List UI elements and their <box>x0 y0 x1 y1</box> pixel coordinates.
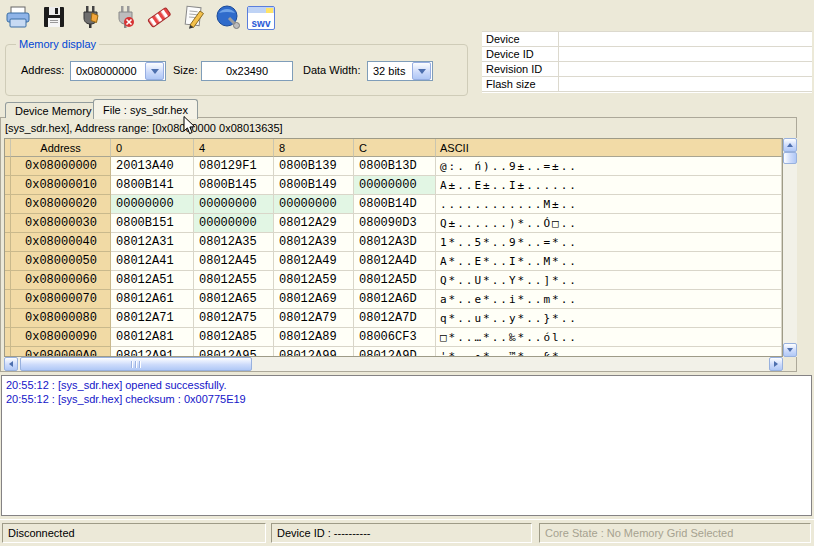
horizontal-scrollbar-thumb[interactable] <box>20 357 252 371</box>
ascii-cell[interactable]: a*..e*..i*..m*.. <box>436 290 782 309</box>
hex-cell[interactable]: 0800B151 <box>111 214 194 233</box>
hex-cell[interactable]: 00000000 <box>194 214 274 233</box>
hex-cell[interactable]: 08012A5D <box>354 271 436 290</box>
hex-cell[interactable]: 08012A29 <box>274 214 354 233</box>
hex-cell[interactable]: 08012A41 <box>111 252 194 271</box>
hex-cell[interactable]: 08012A99 <box>274 347 354 357</box>
target-settings-button[interactable] <box>213 3 243 33</box>
hex-cell[interactable]: 20013A40 <box>111 157 194 176</box>
hex-cell[interactable]: 0800B13D <box>354 157 436 176</box>
size-input[interactable]: 0x23490 <box>201 61 293 81</box>
hex-cell[interactable]: 08012A91 <box>111 347 194 357</box>
ascii-cell[interactable]: Q±......)*..Ó□.. <box>436 214 782 233</box>
vertical-scrollbar[interactable] <box>783 138 797 357</box>
hex-cell[interactable]: 08012A71 <box>111 309 194 328</box>
hex-cell[interactable]: 08012A89 <box>274 328 354 347</box>
swv-button[interactable]: swv <box>246 3 276 33</box>
mouse-cursor <box>183 116 196 138</box>
hex-cell[interactable]: 00000000 <box>194 195 274 214</box>
hex-cell[interactable]: 0800B149 <box>274 176 354 195</box>
ascii-cell[interactable]: A±..E±..I±...... <box>436 176 782 195</box>
hex-cell[interactable]: 08012A65 <box>194 290 274 309</box>
file-tab-page: [sys_sdr.hex], Address range: [0x0800000… <box>0 117 797 372</box>
save-button[interactable] <box>39 3 69 33</box>
hex-cell[interactable]: 08012A69 <box>274 290 354 309</box>
address-cell: 0x08000060 <box>11 271 111 290</box>
print-button[interactable] <box>3 3 33 33</box>
ascii-cell[interactable]: '*..•*..™*..ƙ*.. <box>436 347 782 357</box>
log-panel[interactable]: 20:55:12 : [sys_sdr.hex] opened successf… <box>1 375 812 516</box>
hex-cell[interactable]: 08012A81 <box>111 328 194 347</box>
hex-cell[interactable]: 08012A45 <box>194 252 274 271</box>
tab-device-memory[interactable]: Device Memory <box>5 102 101 118</box>
address-combobox[interactable]: 0x08000000 <box>70 61 166 81</box>
hex-cell[interactable]: 08012A4D <box>354 252 436 271</box>
disconnect-button[interactable] <box>110 3 140 33</box>
size-value: 0x23490 <box>226 65 268 77</box>
hex-cell[interactable]: 080129F1 <box>194 157 274 176</box>
hex-cell[interactable]: 08012A75 <box>194 309 274 328</box>
hex-cell[interactable]: 00000000 <box>354 176 436 195</box>
memory-display-group: Memory display Address: 0x08000000 Size:… <box>5 44 468 96</box>
hex-cell[interactable]: 08012A35 <box>194 233 274 252</box>
scroll-down-button[interactable] <box>783 343 797 357</box>
horizontal-scrollbar[interactable] <box>4 357 783 371</box>
hex-cell[interactable]: 08012A9D <box>354 347 436 357</box>
address-value: 0x08000000 <box>71 65 144 77</box>
hex-cell[interactable]: 0800B141 <box>111 176 194 195</box>
save-icon <box>41 4 67 32</box>
ascii-cell[interactable]: 1*..5*..9*..=*.. <box>436 233 782 252</box>
scroll-left-button[interactable] <box>4 357 18 371</box>
hex-cell[interactable]: 0800B139 <box>274 157 354 176</box>
hex-cell[interactable]: 08012A7D <box>354 309 436 328</box>
hex-cell[interactable]: 08012A59 <box>274 271 354 290</box>
vertical-scrollbar-thumb[interactable] <box>783 152 797 164</box>
hex-cell[interactable]: 08012A61 <box>111 290 194 309</box>
hex-cell[interactable]: 00000000 <box>274 195 354 214</box>
print-icon <box>5 4 31 32</box>
hex-cell[interactable]: 0800B14D <box>354 195 436 214</box>
hex-cell[interactable]: 08012A49 <box>274 252 354 271</box>
column-header-ascii[interactable]: ASCII <box>436 139 782 157</box>
column-header-0[interactable]: 0 <box>111 139 194 157</box>
ascii-cell[interactable]: A*..E*..I*..M*.. <box>436 252 782 271</box>
column-header-c[interactable]: C <box>354 139 436 157</box>
scroll-up-button[interactable] <box>783 138 797 152</box>
hex-cell[interactable]: 08012A39 <box>274 233 354 252</box>
connect-icon <box>77 4 103 32</box>
erase-chip-button[interactable] <box>144 3 174 33</box>
program-verify-icon <box>181 4 207 32</box>
hex-cell[interactable]: 08012A95 <box>194 347 274 357</box>
connect-button[interactable] <box>75 3 105 33</box>
hex-cell[interactable]: 08012A85 <box>194 328 274 347</box>
data-width-combobox[interactable]: 32 bits <box>367 61 433 81</box>
column-header-4[interactable]: 4 <box>194 139 274 157</box>
address-dropdown-button[interactable] <box>145 62 164 80</box>
hex-cell[interactable]: 08012A51 <box>111 271 194 290</box>
hex-cell[interactable]: 0800B145 <box>194 176 274 195</box>
hex-cell[interactable]: 08012A6D <box>354 290 436 309</box>
hex-cell[interactable]: 00000000 <box>111 195 194 214</box>
program-verify-button[interactable] <box>179 3 209 33</box>
hex-cell[interactable]: 08012A79 <box>274 309 354 328</box>
address-cell: 0x08000010 <box>11 176 111 195</box>
ascii-cell[interactable]: Q*..U*..Y*..]*.. <box>436 271 782 290</box>
address-cell: 0x08000070 <box>11 290 111 309</box>
hex-cell[interactable]: 08012A3D <box>354 233 436 252</box>
ascii-cell[interactable]: q*..u*..y*..}*.. <box>436 309 782 328</box>
device-info-row: Flash size <box>482 77 812 92</box>
hex-cell[interactable]: 08012A55 <box>194 271 274 290</box>
hex-cell[interactable]: 08012A31 <box>111 233 194 252</box>
data-width-label: Data Width: <box>303 64 360 76</box>
hex-cell[interactable]: 08006CF3 <box>354 328 436 347</box>
data-width-dropdown-button[interactable] <box>412 62 431 80</box>
column-header-8[interactable]: 8 <box>274 139 354 157</box>
ascii-cell[interactable]: ............M±.. <box>436 195 782 214</box>
scroll-right-button[interactable] <box>769 357 783 371</box>
column-header-address[interactable]: Address <box>11 139 111 157</box>
table-row: 0x08000050 08012A41 08012A45 08012A49 08… <box>5 252 782 271</box>
hex-cell[interactable]: 080090D3 <box>354 214 436 233</box>
device-info-label: Device ID <box>482 47 559 61</box>
ascii-cell[interactable]: @:. ń)..9±..=±.. <box>436 157 782 176</box>
ascii-cell[interactable]: □*..…*..‰*..ól.. <box>436 328 782 347</box>
